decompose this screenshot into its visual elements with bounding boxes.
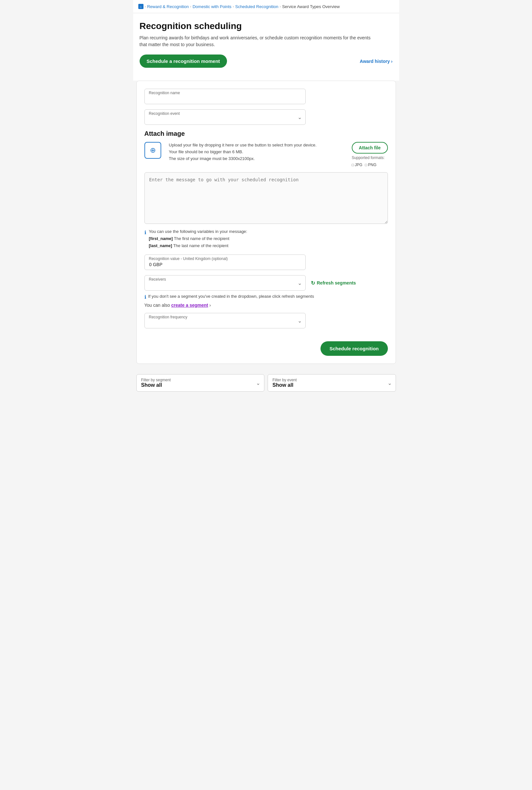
recognition-frequency-field: Recognition frequency ⌄: [145, 313, 388, 328]
top-actions: Schedule a recognition moment Award hist…: [139, 55, 393, 68]
message-textarea[interactable]: [145, 172, 388, 224]
breadcrumb: ⌂ › Reward & Recognition › Domestic with…: [133, 0, 399, 13]
format-tags: JPG PNG: [352, 163, 377, 167]
attach-text-2: Your file should be no bigger than 6 MB.: [169, 149, 344, 155]
schedule-recognition-moment-button[interactable]: Schedule a recognition moment: [139, 55, 227, 68]
create-segment-suffix: ›: [208, 303, 211, 308]
refresh-segments-link[interactable]: ↻ Refresh segments: [311, 280, 356, 286]
breadcrumb-current: Service Award Types Overview: [282, 4, 340, 9]
attach-info: Upload your file by dropping it here or …: [169, 142, 344, 162]
attach-text-3: The size of your image must be 3300x2100…: [169, 155, 344, 162]
upload-icon-box: ⊕: [145, 142, 161, 159]
home-icon[interactable]: ⌂: [138, 4, 144, 9]
refresh-icon: ↻: [311, 280, 315, 286]
filter-segment-chevron-icon: ⌄: [256, 380, 260, 386]
recognition-frequency-wrapper: Recognition frequency ⌄: [145, 313, 306, 328]
recognition-value-input[interactable]: [145, 255, 306, 270]
page-header: Recognition scheduling Plan recurring aw…: [133, 13, 399, 81]
attach-image-title: Attach image: [145, 130, 388, 137]
breadcrumb-link-reward[interactable]: Reward & Recognition: [147, 4, 189, 9]
variable-first-name-desc: The first name of the recipient: [174, 236, 229, 241]
message-field: ℹ You can use the following variables in…: [145, 172, 388, 249]
create-segment-prefix: You can also: [145, 303, 172, 308]
breadcrumb-sep-0: ›: [145, 4, 146, 8]
receivers-row: Receivers ⌄ ↻ Refresh segments: [145, 275, 388, 290]
supported-formats-label: Supported formats:: [352, 155, 385, 160]
page-description: Plan recurring awards for birthdays and …: [139, 35, 372, 48]
attach-right: Attach file Supported formats: JPG PNG: [352, 142, 388, 167]
variable-last-name-desc: The last name of the recipient: [173, 243, 228, 248]
create-segment-row: You can also create a segment ›: [145, 303, 388, 308]
recognition-event-select[interactable]: [145, 109, 306, 125]
attach-file-button[interactable]: Attach file: [352, 142, 388, 153]
refresh-segments-label: Refresh segments: [317, 280, 356, 285]
filter-event-chevron-icon: ⌄: [387, 380, 392, 386]
variables-info-label: You can use the following variables in y…: [149, 229, 247, 234]
receivers-hint-text: If you don't see a segment you've create…: [148, 294, 314, 299]
recognition-value-field: Recognition value - United Kingdom (opti…: [145, 255, 388, 270]
breadcrumb-sep-1: ›: [190, 4, 191, 8]
recognition-frequency-select[interactable]: [145, 313, 306, 328]
recognition-value-wrapper: Recognition value - United Kingdom (opti…: [145, 255, 306, 270]
recognition-name-input[interactable]: [145, 89, 306, 104]
recognition-name-wrapper: Recognition name: [145, 89, 306, 104]
variables-hint: ℹ You can use the following variables in…: [145, 228, 388, 249]
upload-icon: ⊕: [150, 146, 156, 154]
format-jpg: JPG: [352, 163, 362, 167]
format-png: PNG: [365, 163, 377, 167]
page-title: Recognition scheduling: [139, 21, 393, 31]
filter-event-wrapper[interactable]: Filter by event Show all ⌄: [268, 374, 396, 392]
filter-segment-value: Show all: [141, 382, 162, 388]
receivers-hint: ℹ If you don't see a segment you've crea…: [145, 294, 388, 300]
form-card: Recognition name Recognition event ⌄ Att…: [136, 81, 396, 364]
filter-segment-label: Filter by segment: [141, 378, 253, 382]
receivers-field: Receivers ⌄ ↻ Refresh segments ℹ If you …: [145, 275, 388, 308]
attach-image-section: Attach image ⊕ Upload your file by dropp…: [145, 130, 388, 167]
create-segment-link[interactable]: create a segment: [171, 303, 208, 308]
form-footer: Schedule recognition: [145, 336, 388, 356]
recognition-event-field: Recognition event ⌄: [145, 109, 388, 125]
filter-event-value: Show all: [272, 382, 293, 388]
filters-row: Filter by segment Show all ⌄ Filter by e…: [133, 369, 399, 397]
award-history-link[interactable]: Award history ›: [360, 59, 393, 64]
variables-hint-text: You can use the following variables in y…: [149, 228, 247, 249]
schedule-recognition-button[interactable]: Schedule recognition: [321, 341, 388, 356]
recognition-name-field: Recognition name: [145, 89, 388, 104]
breadcrumb-link-scheduled[interactable]: Scheduled Recognition: [235, 4, 279, 9]
info-icon: ℹ: [145, 228, 146, 237]
breadcrumb-sep-3: ›: [280, 4, 281, 8]
recognition-event-wrapper: Recognition event ⌄: [145, 109, 306, 125]
variable-first-name-key: [first_name]: [149, 236, 173, 241]
breadcrumb-sep-2: ›: [233, 4, 234, 8]
variable-last-name-key: [last_name]: [149, 243, 172, 248]
attach-area: ⊕ Upload your file by dropping it here o…: [145, 142, 388, 167]
receivers-select[interactable]: [145, 275, 306, 290]
filter-segment-wrapper[interactable]: Filter by segment Show all ⌄: [136, 374, 265, 392]
breadcrumb-link-domestic[interactable]: Domestic with Points: [192, 4, 231, 9]
attach-text-1: Upload your file by dropping it here or …: [169, 142, 344, 149]
receivers-select-wrapper: Receivers ⌄: [145, 275, 306, 290]
receivers-info-icon: ℹ: [145, 294, 146, 300]
filter-event-label: Filter by event: [272, 378, 384, 382]
